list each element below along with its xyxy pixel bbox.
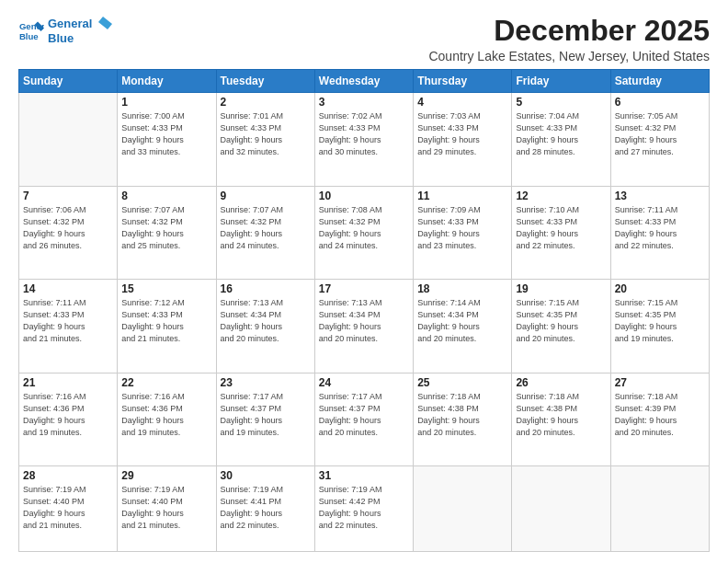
day-number: 17 (319, 282, 409, 295)
day-info: Sunrise: 7:00 AM Sunset: 4:33 PM Dayligh… (121, 110, 211, 158)
table-row: 15Sunrise: 7:12 AM Sunset: 4:33 PM Dayli… (118, 280, 216, 373)
day-info: Sunrise: 7:05 AM Sunset: 4:32 PM Dayligh… (615, 110, 705, 158)
table-row: 23Sunrise: 7:17 AM Sunset: 4:37 PM Dayli… (216, 373, 314, 465)
calendar: Sunday Monday Tuesday Wednesday Thursday… (18, 69, 710, 552)
day-info: Sunrise: 7:04 AM Sunset: 4:33 PM Dayligh… (516, 110, 606, 158)
page: General Blue General Blue December 2025 … (0, 0, 728, 563)
day-number: 11 (417, 190, 507, 202)
day-info: Sunrise: 7:13 AM Sunset: 4:34 PM Dayligh… (319, 297, 409, 345)
day-info: Sunrise: 7:13 AM Sunset: 4:34 PM Dayligh… (221, 297, 311, 345)
logo: General Blue General Blue (18, 15, 112, 48)
day-number: 23 (221, 376, 311, 389)
day-number: 8 (121, 190, 211, 202)
day-number: 4 (417, 96, 507, 109)
day-info: Sunrise: 7:07 AM Sunset: 4:32 PM Dayligh… (121, 204, 211, 252)
table-row: 13Sunrise: 7:11 AM Sunset: 4:33 PM Dayli… (610, 186, 709, 279)
day-info: Sunrise: 7:10 AM Sunset: 4:33 PM Dayligh… (516, 204, 606, 252)
day-number: 7 (23, 190, 113, 202)
day-info: Sunrise: 7:01 AM Sunset: 4:33 PM Dayligh… (221, 110, 311, 158)
day-info: Sunrise: 7:18 AM Sunset: 4:38 PM Dayligh… (417, 391, 507, 439)
day-info: Sunrise: 7:12 AM Sunset: 4:33 PM Dayligh… (121, 297, 211, 345)
day-info: Sunrise: 7:15 AM Sunset: 4:35 PM Dayligh… (516, 297, 606, 345)
table-row: 11Sunrise: 7:09 AM Sunset: 4:33 PM Dayli… (414, 186, 512, 279)
day-number: 26 (516, 376, 606, 389)
day-info: Sunrise: 7:19 AM Sunset: 4:40 PM Dayligh… (121, 484, 211, 532)
table-row: 2Sunrise: 7:01 AM Sunset: 4:33 PM Daylig… (216, 93, 314, 186)
col-monday: Monday (118, 70, 216, 93)
table-row: 29Sunrise: 7:19 AM Sunset: 4:40 PM Dayli… (118, 465, 216, 551)
day-info: Sunrise: 7:19 AM Sunset: 4:42 PM Dayligh… (319, 484, 409, 532)
table-row: 26Sunrise: 7:18 AM Sunset: 4:38 PM Dayli… (512, 373, 610, 465)
svg-text:General: General (48, 17, 92, 30)
day-info: Sunrise: 7:14 AM Sunset: 4:34 PM Dayligh… (417, 297, 507, 345)
day-info: Sunrise: 7:18 AM Sunset: 4:39 PM Dayligh… (615, 391, 705, 439)
day-info: Sunrise: 7:15 AM Sunset: 4:35 PM Dayligh… (615, 297, 705, 345)
table-row: 19Sunrise: 7:15 AM Sunset: 4:35 PM Dayli… (512, 280, 610, 373)
day-info: Sunrise: 7:07 AM Sunset: 4:32 PM Dayligh… (221, 204, 311, 252)
day-number: 5 (516, 96, 606, 109)
table-row: 18Sunrise: 7:14 AM Sunset: 4:34 PM Dayli… (414, 280, 512, 373)
day-number: 22 (121, 376, 211, 389)
table-row: 17Sunrise: 7:13 AM Sunset: 4:34 PM Dayli… (314, 280, 413, 373)
day-number: 29 (121, 469, 211, 482)
day-info: Sunrise: 7:11 AM Sunset: 4:33 PM Dayligh… (23, 297, 113, 345)
table-row: 7Sunrise: 7:06 AM Sunset: 4:32 PM Daylig… (19, 186, 118, 279)
day-number: 1 (121, 96, 211, 109)
day-number: 9 (221, 190, 311, 202)
table-row: 25Sunrise: 7:18 AM Sunset: 4:38 PM Dayli… (414, 373, 512, 465)
table-row: 9Sunrise: 7:07 AM Sunset: 4:32 PM Daylig… (216, 186, 314, 279)
day-info: Sunrise: 7:19 AM Sunset: 4:40 PM Dayligh… (23, 484, 113, 532)
table-row: 12Sunrise: 7:10 AM Sunset: 4:33 PM Dayli… (512, 186, 610, 279)
day-number: 18 (417, 282, 507, 295)
col-thursday: Thursday (414, 70, 512, 93)
day-number: 31 (319, 469, 409, 482)
table-row: 6Sunrise: 7:05 AM Sunset: 4:32 PM Daylig… (610, 93, 709, 186)
day-number: 2 (221, 96, 311, 109)
svg-marker-6 (98, 17, 112, 29)
day-number: 6 (615, 96, 705, 109)
table-row: 24Sunrise: 7:17 AM Sunset: 4:37 PM Dayli… (314, 373, 413, 465)
col-friday: Friday (512, 70, 610, 93)
day-number: 20 (615, 282, 705, 295)
table-row: 1Sunrise: 7:00 AM Sunset: 4:33 PM Daylig… (118, 93, 216, 186)
day-number: 15 (121, 282, 211, 295)
day-info: Sunrise: 7:11 AM Sunset: 4:33 PM Dayligh… (615, 204, 705, 252)
day-info: Sunrise: 7:09 AM Sunset: 4:33 PM Dayligh… (417, 204, 507, 252)
day-info: Sunrise: 7:16 AM Sunset: 4:36 PM Dayligh… (121, 391, 211, 439)
day-number: 10 (319, 190, 409, 202)
day-info: Sunrise: 7:17 AM Sunset: 4:37 PM Dayligh… (221, 391, 311, 439)
logo-svg: General Blue (48, 15, 112, 48)
day-info: Sunrise: 7:08 AM Sunset: 4:32 PM Dayligh… (319, 204, 409, 252)
day-info: Sunrise: 7:16 AM Sunset: 4:36 PM Dayligh… (23, 391, 113, 439)
day-number: 12 (516, 190, 606, 202)
header: General Blue General Blue December 2025 … (18, 15, 710, 63)
table-row: 5Sunrise: 7:04 AM Sunset: 4:33 PM Daylig… (512, 93, 610, 186)
day-info: Sunrise: 7:02 AM Sunset: 4:33 PM Dayligh… (319, 110, 409, 158)
table-row: 27Sunrise: 7:18 AM Sunset: 4:39 PM Dayli… (610, 373, 709, 465)
day-number: 19 (516, 282, 606, 295)
col-wednesday: Wednesday (314, 70, 413, 93)
table-row: 22Sunrise: 7:16 AM Sunset: 4:36 PM Dayli… (118, 373, 216, 465)
day-info: Sunrise: 7:03 AM Sunset: 4:33 PM Dayligh… (417, 110, 507, 158)
table-row: 16Sunrise: 7:13 AM Sunset: 4:34 PM Dayli… (216, 280, 314, 373)
table-row: 28Sunrise: 7:19 AM Sunset: 4:40 PM Dayli… (19, 465, 118, 551)
table-row: 20Sunrise: 7:15 AM Sunset: 4:35 PM Dayli… (610, 280, 709, 373)
table-row (610, 465, 709, 551)
svg-text:Blue: Blue (48, 31, 74, 45)
month-title: December 2025 (428, 15, 710, 47)
table-row: 3Sunrise: 7:02 AM Sunset: 4:33 PM Daylig… (314, 93, 413, 186)
table-row: 4Sunrise: 7:03 AM Sunset: 4:33 PM Daylig… (414, 93, 512, 186)
day-number: 16 (221, 282, 311, 295)
table-row (19, 93, 118, 186)
col-saturday: Saturday (610, 70, 709, 93)
title-section: December 2025 Country Lake Estates, New … (428, 15, 710, 63)
table-row: 31Sunrise: 7:19 AM Sunset: 4:42 PM Dayli… (314, 465, 413, 551)
day-number: 27 (615, 376, 705, 389)
day-info: Sunrise: 7:06 AM Sunset: 4:32 PM Dayligh… (23, 204, 113, 252)
header-row: Sunday Monday Tuesday Wednesday Thursday… (19, 70, 710, 93)
day-number: 28 (23, 469, 113, 482)
day-info: Sunrise: 7:19 AM Sunset: 4:41 PM Dayligh… (221, 484, 311, 532)
day-number: 21 (23, 376, 113, 389)
day-info: Sunrise: 7:18 AM Sunset: 4:38 PM Dayligh… (516, 391, 606, 439)
table-row: 8Sunrise: 7:07 AM Sunset: 4:32 PM Daylig… (118, 186, 216, 279)
